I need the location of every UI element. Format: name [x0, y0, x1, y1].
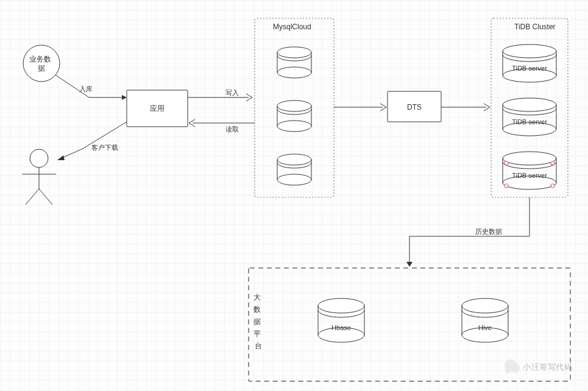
- app-label: 应用: [150, 104, 165, 113]
- svg-point-14: [277, 100, 311, 111]
- tidb1-label: TiDB server: [512, 65, 547, 72]
- watermark-text: 小汪哥写代码: [523, 362, 572, 372]
- svg-point-56: [511, 364, 520, 373]
- mysql-db-3: [277, 154, 311, 185]
- tidb-server-3: TiDB server: [503, 152, 556, 189]
- node-app: 应用: [127, 90, 188, 127]
- tidb-server-2: TiDB server: [503, 98, 556, 136]
- diagram-canvas: 业务数 据 应用 MysqlCloud: [0, 0, 588, 391]
- edge-historical-label: 历史数据: [475, 228, 502, 235]
- tidb2-label: TiDB server: [512, 118, 547, 125]
- edge-app-to-actor-label: 客户下载: [91, 144, 118, 151]
- svg-marker-48: [122, 95, 127, 100]
- edge-biz-to-app: 入库: [55, 75, 127, 100]
- edge-tidb-to-bigdata: 历史数据: [406, 197, 530, 267]
- svg-line-7: [39, 189, 52, 205]
- edge-mysql-to-app-read: 读取: [189, 119, 255, 133]
- mysql-db-2: [277, 100, 311, 132]
- mysql-cloud-title: MysqlCloud: [273, 23, 311, 31]
- edge-biz-to-app-label: 入库: [79, 85, 93, 93]
- svg-point-57: [505, 367, 511, 373]
- svg-point-24: [503, 44, 556, 58]
- edge-mysql-to-dts: [334, 104, 386, 111]
- node-dts: DTS: [388, 91, 441, 122]
- tidb-server-1: TiDB server: [503, 44, 556, 82]
- edge-app-to-mysql-write: 写入: [188, 89, 252, 101]
- mysql-db-1: [277, 47, 311, 78]
- svg-point-38: [551, 184, 554, 188]
- hbase-label: Hbase: [331, 324, 351, 331]
- svg-point-3: [30, 149, 48, 167]
- svg-point-41: [318, 298, 364, 313]
- dts-label: DTS: [407, 103, 422, 111]
- svg-point-18: [277, 154, 311, 165]
- container-big-data-platform: 大 数 据 平 台 Hbase Hive: [249, 268, 570, 381]
- svg-point-9: [277, 67, 311, 78]
- svg-point-37: [505, 184, 508, 188]
- hive-label: Hive: [478, 324, 492, 331]
- edge-dts-to-tidb: [441, 104, 490, 111]
- biz-data-line1: 业务数: [29, 55, 51, 63]
- tidb3-label: TiDB server: [512, 172, 547, 179]
- svg-point-45: [462, 298, 508, 313]
- svg-point-36: [551, 161, 554, 165]
- svg-point-10: [277, 47, 311, 58]
- node-actor: [22, 149, 56, 205]
- svg-marker-49: [57, 155, 65, 160]
- svg-point-0: [23, 45, 60, 82]
- node-hive: Hive: [462, 298, 508, 342]
- svg-line-6: [26, 189, 39, 205]
- node-hbase: Hbase: [318, 298, 364, 342]
- svg-point-17: [277, 174, 311, 185]
- svg-marker-54: [406, 262, 413, 267]
- watermark: 小汪哥写代码: [505, 359, 572, 373]
- edge-read-label: 读取: [225, 125, 239, 133]
- node-business-data: 业务数 据: [23, 45, 60, 82]
- bigdata-title: 大 数 据 平 台: [253, 293, 263, 350]
- svg-point-13: [277, 121, 311, 132]
- svg-rect-39: [249, 268, 570, 381]
- svg-point-35: [505, 161, 508, 165]
- edge-write-label: 写入: [225, 89, 239, 96]
- tidb-cluster-title: TiDB Cluster: [514, 23, 556, 31]
- svg-point-32: [503, 152, 556, 165]
- biz-data-line2: 据: [38, 64, 45, 72]
- container-mysql-cloud: MysqlCloud: [255, 18, 334, 197]
- edge-app-to-actor: 客户下载: [57, 122, 127, 160]
- svg-point-28: [503, 98, 556, 111]
- container-tidb-cluster: TiDB Cluster TiDB server TiDB server: [491, 18, 568, 197]
